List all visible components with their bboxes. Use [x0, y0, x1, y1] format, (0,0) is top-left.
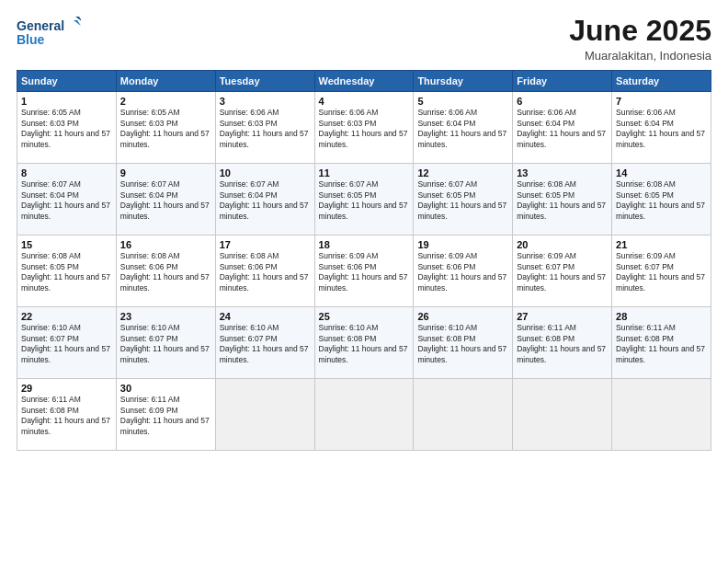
table-row: 23 Sunrise: 6:10 AMSunset: 6:07 PMDaylig… [116, 307, 215, 379]
page: General Blue June 2025 Muaralakitan, Ind… [0, 0, 728, 563]
svg-text:Blue: Blue [17, 32, 45, 47]
day-number: 5 [417, 96, 508, 107]
day-number: 21 [616, 239, 707, 250]
day-number: 27 [517, 311, 608, 322]
day-number: 28 [616, 311, 707, 322]
table-row: 12 Sunrise: 6:07 AMSunset: 6:05 PMDaylig… [414, 164, 513, 236]
day-number: 15 [21, 239, 112, 250]
day-info: Sunrise: 6:11 AMSunset: 6:09 PMDaylight:… [120, 395, 211, 437]
day-info: Sunrise: 6:06 AMSunset: 6:04 PMDaylight:… [517, 108, 608, 150]
table-row: 13 Sunrise: 6:08 AMSunset: 6:05 PMDaylig… [513, 164, 612, 236]
day-info: Sunrise: 6:07 AMSunset: 6:04 PMDaylight:… [21, 179, 112, 222]
table-row [513, 379, 612, 451]
header: General Blue June 2025 Muaralakitan, Ind… [17, 15, 711, 63]
day-info: Sunrise: 6:10 AMSunset: 6:07 PMDaylight:… [120, 323, 211, 365]
day-number: 22 [21, 311, 112, 322]
day-number: 9 [120, 167, 211, 178]
main-title: June 2025 [569, 15, 711, 47]
day-info: Sunrise: 6:08 AMSunset: 6:06 PMDaylight:… [120, 251, 211, 293]
table-row: 5 Sunrise: 6:06 AMSunset: 6:04 PMDayligh… [414, 92, 513, 164]
day-number: 1 [21, 96, 112, 107]
day-info: Sunrise: 6:10 AMSunset: 6:08 PMDaylight:… [319, 323, 410, 365]
table-row: 6 Sunrise: 6:06 AMSunset: 6:04 PMDayligh… [513, 92, 612, 164]
table-row: 30 Sunrise: 6:11 AMSunset: 6:09 PMDaylig… [116, 379, 215, 451]
day-number: 29 [21, 383, 112, 394]
day-info: Sunrise: 6:10 AMSunset: 6:07 PMDaylight:… [21, 323, 112, 365]
day-number: 2 [120, 96, 211, 107]
day-number: 24 [220, 311, 311, 322]
day-number: 19 [417, 239, 508, 250]
day-info: Sunrise: 6:09 AMSunset: 6:07 PMDaylight:… [517, 251, 608, 293]
table-row: 27 Sunrise: 6:11 AMSunset: 6:08 PMDaylig… [513, 307, 612, 379]
day-number: 25 [319, 311, 410, 322]
table-row [612, 379, 711, 451]
day-info: Sunrise: 6:05 AMSunset: 6:03 PMDaylight:… [120, 108, 211, 150]
table-row: 9 Sunrise: 6:07 AMSunset: 6:04 PMDayligh… [116, 164, 215, 236]
svg-text:General: General [17, 18, 64, 33]
table-row: 7 Sunrise: 6:06 AMSunset: 6:04 PMDayligh… [612, 92, 711, 164]
day-info: Sunrise: 6:07 AMSunset: 6:04 PMDaylight:… [220, 179, 311, 222]
col-monday: Monday [116, 71, 215, 92]
day-number: 3 [220, 96, 311, 107]
day-number: 23 [120, 311, 211, 322]
table-row: 25 Sunrise: 6:10 AMSunset: 6:08 PMDaylig… [314, 307, 414, 379]
day-number: 13 [517, 167, 608, 178]
day-info: Sunrise: 6:07 AMSunset: 6:05 PMDaylight:… [417, 179, 508, 222]
day-info: Sunrise: 6:06 AMSunset: 6:03 PMDaylight:… [220, 108, 311, 150]
day-info: Sunrise: 6:11 AMSunset: 6:08 PMDaylight:… [21, 395, 112, 437]
day-number: 16 [120, 239, 211, 250]
day-number: 14 [616, 167, 707, 178]
table-row: 24 Sunrise: 6:10 AMSunset: 6:07 PMDaylig… [215, 307, 314, 379]
day-info: Sunrise: 6:09 AMSunset: 6:07 PMDaylight:… [616, 251, 707, 293]
day-info: Sunrise: 6:07 AMSunset: 6:05 PMDaylight:… [319, 179, 410, 222]
table-row: 3 Sunrise: 6:06 AMSunset: 6:03 PMDayligh… [215, 92, 314, 164]
day-number: 18 [319, 239, 410, 250]
table-row: 21 Sunrise: 6:09 AMSunset: 6:07 PMDaylig… [612, 236, 711, 307]
day-info: Sunrise: 6:11 AMSunset: 6:08 PMDaylight:… [616, 323, 707, 365]
table-row: 26 Sunrise: 6:10 AMSunset: 6:08 PMDaylig… [414, 307, 513, 379]
table-row: 29 Sunrise: 6:11 AMSunset: 6:08 PMDaylig… [17, 379, 117, 451]
calendar-table: Sunday Monday Tuesday Wednesday Thursday… [17, 70, 711, 451]
title-area: June 2025 Muaralakitan, Indonesia [569, 15, 711, 63]
day-number: 30 [120, 383, 211, 394]
col-saturday: Saturday [612, 71, 711, 92]
table-row: 22 Sunrise: 6:10 AMSunset: 6:07 PMDaylig… [17, 307, 117, 379]
day-info: Sunrise: 6:07 AMSunset: 6:04 PMDaylight:… [120, 179, 211, 222]
table-row [314, 379, 414, 451]
svg-marker-2 [74, 20, 81, 26]
day-info: Sunrise: 6:08 AMSunset: 6:05 PMDaylight:… [21, 251, 112, 293]
day-number: 17 [220, 239, 311, 250]
day-number: 26 [417, 311, 508, 322]
col-wednesday: Wednesday [314, 71, 414, 92]
table-row: 20 Sunrise: 6:09 AMSunset: 6:07 PMDaylig… [513, 236, 612, 307]
day-info: Sunrise: 6:09 AMSunset: 6:06 PMDaylight:… [417, 251, 508, 293]
col-tuesday: Tuesday [215, 71, 314, 92]
day-info: Sunrise: 6:08 AMSunset: 6:05 PMDaylight:… [517, 179, 608, 222]
logo-svg: General Blue [17, 15, 81, 50]
day-number: 4 [319, 96, 410, 107]
day-info: Sunrise: 6:06 AMSunset: 6:04 PMDaylight:… [616, 108, 707, 150]
table-row: 17 Sunrise: 6:08 AMSunset: 6:06 PMDaylig… [215, 236, 314, 307]
table-row: 2 Sunrise: 6:05 AMSunset: 6:03 PMDayligh… [116, 92, 215, 164]
calendar-header-row: Sunday Monday Tuesday Wednesday Thursday… [17, 71, 711, 92]
day-info: Sunrise: 6:06 AMSunset: 6:04 PMDaylight:… [417, 108, 508, 150]
table-row [414, 379, 513, 451]
table-row: 11 Sunrise: 6:07 AMSunset: 6:05 PMDaylig… [314, 164, 414, 236]
col-thursday: Thursday [414, 71, 513, 92]
day-info: Sunrise: 6:08 AMSunset: 6:05 PMDaylight:… [616, 179, 707, 222]
day-number: 7 [616, 96, 707, 107]
table-row: 28 Sunrise: 6:11 AMSunset: 6:08 PMDaylig… [612, 307, 711, 379]
table-row: 10 Sunrise: 6:07 AMSunset: 6:04 PMDaylig… [215, 164, 314, 236]
day-number: 20 [517, 239, 608, 250]
day-info: Sunrise: 6:10 AMSunset: 6:08 PMDaylight:… [417, 323, 508, 365]
day-number: 10 [220, 167, 311, 178]
day-info: Sunrise: 6:05 AMSunset: 6:03 PMDaylight:… [21, 108, 112, 150]
table-row: 14 Sunrise: 6:08 AMSunset: 6:05 PMDaylig… [612, 164, 711, 236]
table-row: 16 Sunrise: 6:08 AMSunset: 6:06 PMDaylig… [116, 236, 215, 307]
day-info: Sunrise: 6:08 AMSunset: 6:06 PMDaylight:… [220, 251, 311, 293]
subtitle: Muaralakitan, Indonesia [569, 49, 711, 63]
day-info: Sunrise: 6:06 AMSunset: 6:03 PMDaylight:… [319, 108, 410, 150]
logo: General Blue [17, 15, 81, 50]
day-number: 11 [319, 167, 410, 178]
table-row: 1 Sunrise: 6:05 AMSunset: 6:03 PMDayligh… [17, 92, 117, 164]
